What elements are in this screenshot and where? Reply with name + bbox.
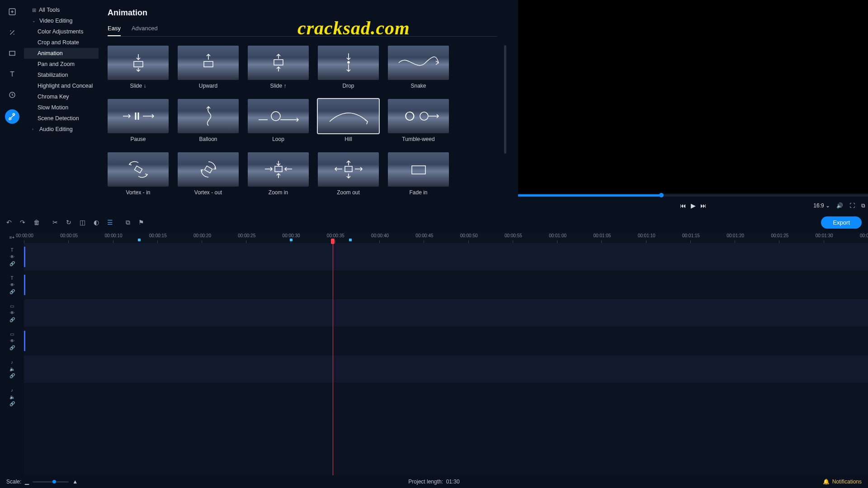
ruler-tick: 00:01:15: [682, 233, 700, 238]
properties-icon[interactable]: ☰: [107, 219, 113, 226]
tree-audio-editing[interactable]: ›Audio Editing: [24, 124, 99, 135]
fullscreen-icon[interactable]: ⛶: [849, 202, 855, 209]
notifications-button[interactable]: 🔔 Notifications: [823, 479, 862, 485]
tree-color-adjustments[interactable]: Color Adjustments: [24, 26, 99, 37]
record-icon[interactable]: ⧉: [126, 219, 130, 226]
track-head-video2[interactable]: ▭👁🔗: [0, 327, 24, 355]
timeline-marker[interactable]: [138, 239, 141, 241]
preset-slide-up[interactable]: Slide ↑: [248, 46, 309, 89]
marker-icon[interactable]: ⚑: [138, 219, 144, 226]
preset-zoom-out[interactable]: Zoom out: [318, 152, 379, 196]
clip-marker[interactable]: [24, 275, 25, 295]
panel-title: Animation: [108, 8, 497, 18]
visibility-icon[interactable]: 👁: [10, 310, 14, 315]
preset-upward[interactable]: Upward: [178, 46, 239, 89]
track-head-text1[interactable]: T👁🔗: [0, 243, 24, 271]
scale-label: Scale:: [6, 479, 21, 485]
crop-icon[interactable]: ◫: [80, 219, 85, 226]
tab-advanced[interactable]: Advanced: [132, 25, 158, 36]
import-icon[interactable]: [6, 5, 19, 18]
preset-fade-in[interactable]: Fade in: [388, 152, 449, 196]
prev-frame-icon[interactable]: ⏮: [680, 202, 686, 209]
timeline-marker[interactable]: [349, 239, 352, 241]
seek-knob[interactable]: [659, 193, 664, 197]
preview-video[interactable]: [518, 0, 868, 193]
scale-slider[interactable]: [33, 481, 69, 483]
clip-marker[interactable]: [24, 331, 25, 351]
effects-icon[interactable]: [6, 26, 19, 39]
aspect-selector[interactable]: 16:9 ⌄: [813, 202, 830, 209]
cut-icon[interactable]: ✂: [52, 219, 58, 226]
preset-loop[interactable]: Loop: [248, 99, 309, 142]
visibility-icon[interactable]: 👁: [10, 338, 14, 343]
playhead[interactable]: [333, 243, 333, 475]
tree-scene-detection[interactable]: Scene Detection: [24, 113, 99, 124]
preset-zoom-in[interactable]: Zoom in: [248, 152, 309, 196]
link-icon[interactable]: 🔗: [9, 317, 15, 322]
delete-icon[interactable]: 🗑: [33, 219, 40, 226]
preset-slide-down[interactable]: Slide ↓: [108, 46, 169, 89]
visibility-icon[interactable]: 👁: [10, 254, 14, 259]
preset-pause[interactable]: Pause: [108, 99, 169, 142]
tree-video-editing[interactable]: ⌄Video Editing: [24, 15, 99, 26]
clip-marker[interactable]: [24, 247, 25, 267]
tab-easy[interactable]: Easy: [108, 25, 121, 36]
preset-tumble-weed[interactable]: Tumble-weed: [388, 99, 449, 142]
timeline-marker[interactable]: [290, 239, 292, 241]
playhead-handle[interactable]: [331, 239, 335, 244]
track-head-text2[interactable]: T👁🔗: [0, 271, 24, 299]
preset-balloon[interactable]: Balloon: [178, 99, 239, 142]
track-head-audio1[interactable]: ♪🔈🔗: [0, 355, 24, 383]
rotate-icon[interactable]: ↻: [66, 219, 71, 226]
link-icon[interactable]: 🔗: [9, 289, 15, 294]
ruler-tick: 00:01:25: [771, 233, 788, 238]
tree-highlight-conceal[interactable]: Highlight and Conceal: [24, 80, 99, 91]
aspect-icon[interactable]: [6, 47, 19, 60]
status-bar: Scale: ▁ ▲ Project length: 01:30 🔔 Notif…: [0, 475, 868, 488]
ruler-tick: 00:00:20: [193, 233, 211, 238]
text-icon[interactable]: [6, 68, 19, 80]
export-button[interactable]: Export: [821, 216, 862, 229]
track-head-audio2[interactable]: ♪🔈🔗: [0, 383, 24, 411]
color-icon[interactable]: ◐: [94, 219, 99, 226]
svg-point-6: [348, 61, 349, 63]
preset-snake[interactable]: Snake: [388, 46, 449, 89]
visibility-icon[interactable]: 👁: [10, 282, 14, 287]
preset-vortex-in[interactable]: Vortex - in: [108, 152, 169, 196]
scale-knob[interactable]: [52, 480, 56, 483]
volume-icon[interactable]: 🔊: [836, 202, 843, 209]
undo-icon[interactable]: ↶: [6, 219, 12, 226]
tree-chroma-key[interactable]: Chroma Key: [24, 91, 99, 102]
link-icon[interactable]: 🔗: [9, 261, 15, 266]
next-frame-icon[interactable]: ⏭: [700, 202, 707, 209]
mute-icon[interactable]: 🔈: [9, 394, 15, 399]
zoom-out-icon[interactable]: ▁: [25, 479, 29, 485]
preset-drop[interactable]: Drop: [318, 46, 379, 89]
tracks-area[interactable]: [24, 243, 868, 475]
tree-crop-rotate[interactable]: Crop and Rotate: [24, 37, 99, 48]
zoom-in-icon[interactable]: ▲: [72, 479, 78, 485]
history-icon[interactable]: [6, 89, 19, 101]
tree-animation[interactable]: Animation: [24, 48, 99, 59]
redo-icon[interactable]: ↷: [20, 219, 25, 226]
tree-slow-motion[interactable]: Slow Motion: [24, 102, 99, 113]
ruler-tick: 00:00:40: [371, 233, 389, 238]
tree-all-tools[interactable]: ⊞All Tools: [24, 5, 99, 15]
tree-pan-zoom[interactable]: Pan and Zoom: [24, 59, 99, 70]
preset-hill[interactable]: Hill: [318, 99, 379, 142]
tools-icon[interactable]: [5, 109, 19, 124]
panel-scrollbar[interactable]: [504, 45, 506, 154]
link-icon[interactable]: 🔗: [9, 401, 15, 406]
track-head-video1[interactable]: ▭👁🔗: [0, 299, 24, 327]
add-track-icon[interactable]: ≡+: [9, 235, 15, 240]
time-ruler[interactable]: 00:00:0000:00:0500:00:1000:00:1500:00:20…: [24, 232, 868, 243]
mute-icon[interactable]: 🔈: [9, 366, 15, 371]
seek-bar[interactable]: [518, 194, 868, 197]
svg-point-7: [271, 112, 280, 121]
link-icon[interactable]: 🔗: [9, 345, 15, 350]
popout-icon[interactable]: ⧉: [861, 202, 865, 209]
link-icon[interactable]: 🔗: [9, 373, 15, 378]
preset-vortex-out[interactable]: Vortex - out: [178, 152, 239, 196]
tree-stabilization[interactable]: Stabilization: [24, 70, 99, 80]
play-icon[interactable]: ▶: [691, 202, 696, 209]
